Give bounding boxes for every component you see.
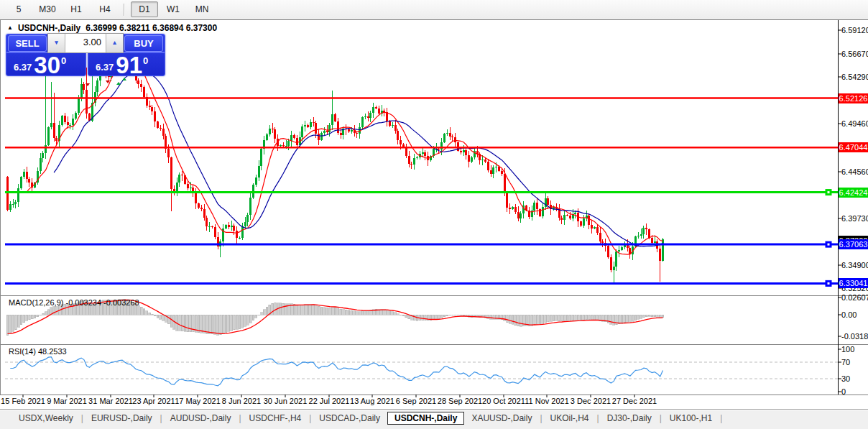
chart-header: ▲ USDCNH-,Daily 6.36999 6.38211 6.36894 … <box>7 23 217 33</box>
buy-arrow-icon <box>116 82 121 85</box>
sell-button[interactable]: SELL <box>8 35 47 52</box>
price-axis-tick: 6.56670 <box>841 49 867 59</box>
buy-button[interactable]: BUY <box>124 35 163 52</box>
one-click-trading-panel: SELL 6.37 30 0 BUY 6.37 91 0 ▾ <box>6 33 164 75</box>
tab-separator: | <box>719 413 723 423</box>
volume-spinner: ▾ 3.00 ▴ <box>47 33 124 53</box>
chart-ohlc-quote: 6.36999 6.38211 6.36894 6.37300 <box>86 23 217 33</box>
price-line-label: 6.52126 <box>839 93 868 103</box>
price-axis-tick: 6.44560 <box>841 167 867 177</box>
price-line-label: 6.42424 <box>839 188 868 198</box>
sell-arrow-icon <box>86 83 90 86</box>
date-axis-tick: 6 Sep 2021 <box>396 397 436 405</box>
timeframe-button-w1[interactable]: W1 <box>160 1 187 17</box>
chart-tab-bar: USDX,Weekly|EURUSD-,Daily|AUDUSD-,Daily|… <box>0 409 868 426</box>
timeframe-toolbar: 5M30H1H4D1W1MN <box>0 0 868 19</box>
price-axis-tick: 6.34900 <box>841 260 867 270</box>
volume-increase-button[interactable]: ▴ <box>106 34 123 52</box>
chart-tab-eurusd-daily[interactable]: EURUSD-,Daily <box>84 412 160 425</box>
volume-decrease-button[interactable]: ▾ <box>48 34 65 52</box>
buy-price-point: 0 <box>143 55 148 66</box>
price-line-label: 6.47044 <box>839 142 868 152</box>
chart-graphics[interactable] <box>0 20 868 410</box>
sell-price-point: 0 <box>61 55 66 66</box>
macd-indicator-label: MACD(12,26,9) -0.003234 -0.003268 <box>9 298 139 307</box>
date-axis-tick: 17 May 2021 <box>175 397 221 405</box>
date-axis-tick: 8 Jun 2021 <box>222 397 261 405</box>
chart-canvas[interactable]: ▲ USDCNH-,Daily 6.36999 6.38211 6.36894 … <box>0 19 868 410</box>
timeframe-button-mn[interactable]: MN <box>188 1 216 17</box>
buy-price-pips: 91 <box>116 55 142 76</box>
price-line-label: 6.37063 <box>839 239 868 249</box>
date-axis-tick: 11 Nov 2021 <box>525 397 569 405</box>
toolbar-separator <box>124 4 125 16</box>
timeframe-button-h4[interactable]: H4 <box>91 1 119 17</box>
chart-tab-usdcnh-daily[interactable]: USDCNH-,Daily <box>387 412 464 425</box>
chart-tab-xauusd-daily[interactable]: XAUUSD-,Daily <box>464 412 539 425</box>
chart-tab-usdchf-h4[interactable]: USDCHF-,H4 <box>242 412 309 425</box>
date-axis-tick: 28 Sep 2021 <box>438 397 482 405</box>
chart-tab-dj30-daily[interactable]: DJ30-,Daily <box>600 412 659 425</box>
rsi-axis-tick: 100 <box>841 344 867 354</box>
sell-price: 6.37 30 0 <box>6 53 86 76</box>
chart-tab-audusd-daily[interactable]: AUDUSD-,Daily <box>163 412 239 425</box>
timeframe-button-d1[interactable]: D1 <box>131 1 158 17</box>
price-axis-tick: 6.54290 <box>841 72 867 82</box>
volume-input[interactable]: 3.00 <box>65 34 106 52</box>
mt4-terminal: 5M30H1H4D1W1MN ▲ USDCNH-,Daily 6.36999 6… <box>0 0 868 429</box>
chart-tab-usdcad-daily[interactable]: USDCAD-,Daily <box>312 412 387 425</box>
date-axis-tick: 27 Dec 2021 <box>612 397 657 405</box>
chart-tab-uk100-h1[interactable]: UK100-,H1 <box>662 412 719 425</box>
price-line-label: 6.33041 <box>839 278 868 288</box>
chart-symbol-period: USDCNH-,Daily <box>18 23 80 33</box>
chart-tab-usdx-weekly[interactable]: USDX,Weekly <box>11 412 80 425</box>
date-axis-tick: 9 Mar 2021 <box>47 397 87 405</box>
timeframe-button-m30[interactable]: M30 <box>34 1 61 17</box>
macd-axis-tick: 0.02607 <box>841 292 867 303</box>
rsi-axis-tick: 0 <box>841 387 867 397</box>
rsi-indicator-label: RSI(14) 48.2533 <box>9 347 67 356</box>
price-axis-tick: 6.59120 <box>841 25 867 35</box>
date-axis-tick: 23 Apr 2021 <box>132 397 175 405</box>
date-axis-tick: 20 Oct 2021 <box>482 397 525 405</box>
date-axis-tick: 13 Aug 2021 <box>350 397 394 405</box>
macd-axis-tick: 0.00 <box>841 310 867 320</box>
date-axis-tick: 3 Dec 2021 <box>571 397 611 405</box>
rsi-axis-tick: 70 <box>841 357 867 367</box>
buy-price-big-figure: 6.37 <box>96 62 114 73</box>
price-axis-tick: 6.49460 <box>841 119 867 129</box>
macd-axis-tick: -0.03187 <box>841 331 867 341</box>
buy-price: 6.37 91 0 <box>88 53 165 76</box>
rsi-line <box>10 357 662 386</box>
timeframe-button-h1[interactable]: H1 <box>63 1 90 17</box>
chart-tab-ukoil-h4[interactable]: UKOil-,H4 <box>543 412 596 425</box>
rsi-axis-tick: 30 <box>841 374 867 384</box>
status-bar <box>0 425 868 429</box>
date-axis-tick: 30 Jun 2021 <box>264 397 308 405</box>
date-axis-tick: 22 Jul 2021 <box>309 397 350 405</box>
price-axis-tick: 6.39730 <box>841 213 867 223</box>
collapse-panel-icon[interactable]: ▲ <box>7 24 13 31</box>
date-axis-tick: 15 Feb 2021 <box>1 397 45 405</box>
ma-fast-line <box>27 57 662 254</box>
timeframe-button-5[interactable]: 5 <box>5 1 32 17</box>
ma-slow-line <box>54 68 662 246</box>
sell-price-big-figure: 6.37 <box>14 62 32 73</box>
date-axis-tick: 31 Mar 2021 <box>88 397 133 405</box>
sell-price-pips: 30 <box>34 55 60 76</box>
